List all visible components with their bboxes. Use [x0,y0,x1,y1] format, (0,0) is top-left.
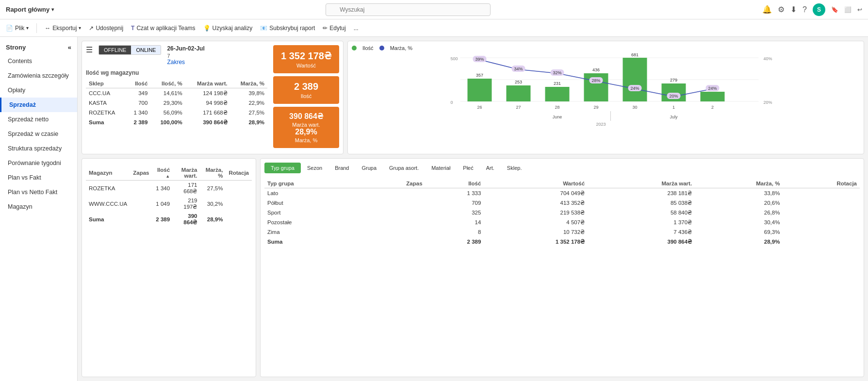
svg-text:26: 26 [477,105,482,110]
tab-plec[interactable]: Płeć [457,163,479,173]
sidebar-item-plan-fakt[interactable]: Plan vs Fakt [0,170,77,185]
typ-col-typgrupa: Typ grupa [264,179,360,188]
sidebar-item-porownanie[interactable]: Porównanie tygodni [0,156,77,170]
zapas-cell [130,181,152,197]
analizy-button[interactable]: 💡 Uzyskaj analizy [203,25,253,32]
typ-sum-zapas [360,237,426,247]
typ-marza-pct-cell: 30,4% [695,217,783,227]
marza-pct-cell: 30,2% [200,196,226,212]
search-input[interactable] [326,3,491,16]
edytuj-button[interactable]: ✏ Edytuj [323,25,345,32]
eksportuj-button[interactable]: ↔ Eksportuj ▾ [45,25,81,32]
question-icon[interactable]: ? [802,5,807,14]
udostepnij-button[interactable]: ↗ Udostępnij [89,25,123,32]
sum-label: Suma [86,117,126,127]
offline-toggle[interactable]: OFFLINE [99,46,131,54]
typ-marza-wart-cell: 85 038₴ [588,198,695,208]
sum-marza-wart: 390 864₴ [185,117,230,127]
svg-text:357: 357 [476,73,483,78]
kpi-wartosc[interactable]: 1 352 178₴ Wartość [273,45,339,73]
subskrybuj-button[interactable]: 📧 Subskrybuj raport [260,25,315,32]
typ-zapas-cell [360,217,426,227]
tab-grupa[interactable]: Grupa [355,163,383,173]
plik-chevron: ▾ [26,25,29,31]
sidebar-title: Strony [6,44,26,51]
online-toggle[interactable]: ONLINE [131,46,161,54]
tabs-row: Typ grupaSezonBrandGrupaGrupa asort.Mate… [264,163,860,173]
typ-cell: Zima [264,227,360,237]
typ-col-ilosc: Ilość [426,179,484,188]
tab-art[interactable]: Art. [480,163,501,173]
plik-button[interactable]: 📄 Plik ▾ [6,25,29,32]
sidebar-item-magazyn[interactable]: Magazyn [0,199,77,214]
marza-wart-cell: 171 668₴ [173,181,200,197]
kpi-marza-wart[interactable]: 390 864₴ Marża wart. 28,9% Marża, % [273,107,339,148]
sidebar-item-plan-netto-fakt[interactable]: Plan vs Netto Fakt [0,185,77,199]
date-section: 26-Jun-02-Jul 7 Zakres [167,45,204,66]
marza-pct-cell: 22,9% [230,98,267,108]
tab-grupa-asort[interactable]: Grupa asort. [383,163,425,173]
tab-sezon[interactable]: Sezon [301,163,328,173]
download-icon[interactable]: ⬇ [790,5,797,14]
more-button[interactable]: ... [354,25,359,32]
kpi-marza-pct-label: Marża, % [281,137,331,143]
avatar[interactable]: S [813,3,825,16]
view-icon[interactable]: ⬜ [844,6,852,13]
typ-sum-marza-wart: 390 864₴ [588,237,695,247]
typ-zapas-cell [360,208,426,217]
undo-icon[interactable]: ↩ [857,6,862,13]
svg-text:20%: 20% [669,94,678,99]
sidebar-collapse-icon[interactable]: « [68,44,71,51]
table-row: Zima 8 10 732₴ 7 436₴ 69,3% [264,227,860,237]
mag-sum-marza-wart: 390 864₴ [173,212,200,227]
bell-icon[interactable]: 🔔 [762,5,772,14]
bar-28 [545,87,570,101]
ilosc-cell: 349 [126,88,151,99]
sep-1 [36,23,37,33]
sidebar-item-sprzedaz-netto[interactable]: Sprzedaż netto [0,112,77,127]
mag-col-ilosc: Ilość [152,166,173,181]
typ-sum-row: Suma 2 389 1 352 178₴ 390 864₴ 28,9% [264,237,860,247]
typ-marza-wart-cell: 238 181₴ [588,188,695,199]
sidebar-item-zamowienia[interactable]: Zamówienia szczegóły [0,68,77,83]
bookmark-icon[interactable]: 🔖 [831,6,838,13]
sidebar: Strony « ContentsZamówienia szczegółyOpł… [0,37,78,381]
sidebar-item-oplaty[interactable]: Opłaty [0,83,77,98]
tab-material[interactable]: Materiał [425,163,457,173]
typ-ilosc-cell: 14 [426,217,484,227]
table-row: Półbut 709 413 352₴ 85 038₴ 20,6% [264,198,860,208]
tab-sklep[interactable]: Sklep. [501,163,528,173]
typ-marza-pct-cell: 26,8% [695,208,783,217]
mag-col-rotacja: Rotacja [226,166,252,181]
typ-wartosc-cell: 219 538₴ [484,208,588,217]
chart-area: 500 0 40% 20% 357 26 [352,53,860,150]
typ-rotacja-cell [783,227,860,237]
kpi-ilosc-label: Ilość [281,93,331,99]
gear-icon[interactable]: ⚙ [778,5,785,14]
svg-text:20%: 20% [764,100,772,105]
svg-text:1: 1 [672,105,675,110]
tab-brand[interactable]: Brand [328,163,355,173]
sidebar-item-struktura[interactable]: Struktura sprzedaży [0,141,77,156]
hamburger-icon[interactable]: ☰ [86,45,93,54]
teams-button[interactable]: T Czat w aplikacji Teams [131,25,196,32]
subskrybuj-label: Subskrybuj raport [269,25,315,32]
search-wrapper: 🔍 [326,3,491,16]
tab-typ-grupa[interactable]: Typ grupa [264,163,301,173]
sidebar-item-sprzedaz-w-czasie[interactable]: Sprzedaż w czasie [0,127,77,141]
kpi-ilosc[interactable]: 2 389 Ilość [273,76,339,104]
date-link[interactable]: Zakres [167,59,185,66]
sum-ilosc: 2 389 [126,117,151,127]
left-panel-inner: ☰ OFFLINE ONLINE 26-Jun-02-Jul 7 Zakres [86,45,339,148]
sidebar-item-sprzedaz[interactable]: Sprzedaż [0,98,77,112]
typ-ilosc-cell: 1 333 [426,188,484,199]
ilosc-pct-cell: 14,61% [150,88,185,99]
typ-zapas-cell [360,198,426,208]
sidebar-item-contents[interactable]: Contents [0,54,77,68]
legend-marza-dot [379,46,384,50]
report-title[interactable]: Raport główny ▾ [6,6,54,13]
svg-text:0: 0 [451,100,453,105]
typ-sum-rotacja [783,237,860,247]
typ-ilosc-cell: 709 [426,198,484,208]
typ-cell: Sport [264,208,360,217]
